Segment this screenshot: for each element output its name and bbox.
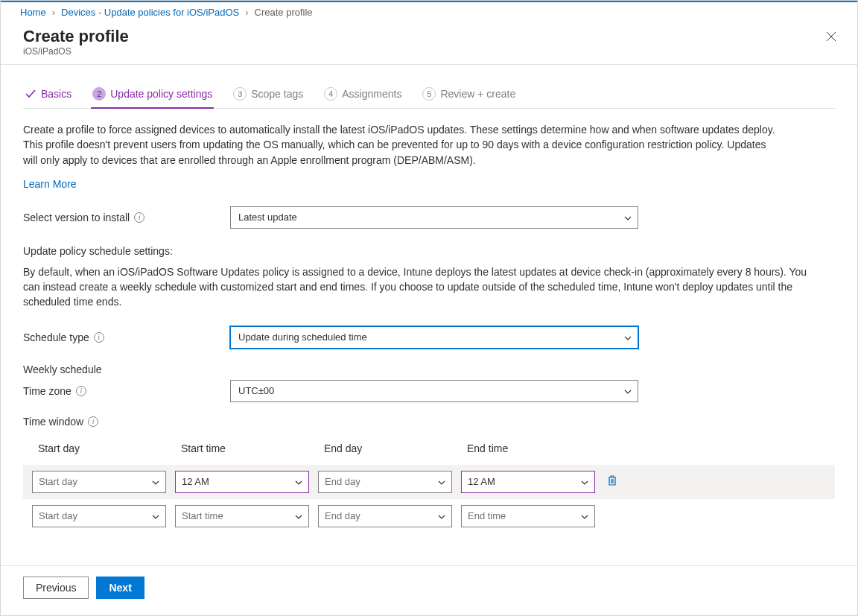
chevron-down-icon bbox=[438, 513, 445, 521]
chevron-down-icon bbox=[295, 513, 302, 521]
chevron-down-icon bbox=[152, 479, 159, 486]
chevron-down-icon bbox=[438, 479, 445, 486]
end-time-dropdown[interactable]: End time bbox=[461, 505, 595, 527]
tab-basics-label: Basics bbox=[41, 88, 72, 100]
end-day-dropdown[interactable]: End day bbox=[318, 505, 452, 527]
page-header: Create profile iOS/iPadOS bbox=[1, 24, 857, 65]
tab-update-policy-settings[interactable]: 2 Update policy settings bbox=[91, 83, 214, 108]
select-version-dropdown[interactable]: Latest update bbox=[230, 206, 638, 229]
page-title: Create profile bbox=[23, 27, 129, 46]
delete-row-button[interactable] bbox=[604, 471, 620, 492]
tab-assignments[interactable]: 4 Assignments bbox=[322, 83, 403, 108]
chevron-down-icon bbox=[624, 388, 632, 396]
th-start-time: Start time bbox=[166, 438, 309, 465]
table-row: Start day12 AMEnd day12 AM bbox=[23, 465, 835, 499]
chevron-down-icon bbox=[624, 215, 632, 222]
select-version-label: Select version to install i bbox=[23, 212, 230, 223]
tab-review-label: Review + create bbox=[440, 88, 515, 100]
timezone-dropdown[interactable]: UTC±00 bbox=[230, 380, 638, 402]
tab-step-number: 3 bbox=[233, 87, 247, 101]
th-end-day: End day bbox=[309, 438, 452, 465]
schedule-type-label: Schedule type i bbox=[23, 331, 230, 343]
chevron-right-icon: › bbox=[245, 7, 248, 18]
close-icon bbox=[826, 31, 836, 42]
table-row: Start dayStart timeEnd dayEnd time bbox=[23, 499, 835, 533]
end-day-dropdown[interactable]: End day bbox=[318, 471, 452, 493]
schedule-description: By default, when an iOS/iPadOS Software … bbox=[23, 264, 813, 310]
time-window-table: Start day Start time End day End time St… bbox=[23, 438, 835, 533]
breadcrumb: Home › Devices - Update policies for iOS… bbox=[1, 2, 857, 24]
learn-more-link[interactable]: Learn More bbox=[23, 178, 77, 190]
table-header: Start day Start time End day End time bbox=[23, 438, 835, 465]
chevron-right-icon: › bbox=[52, 7, 55, 18]
th-start-day: Start day bbox=[23, 438, 166, 465]
next-button[interactable]: Next bbox=[96, 577, 144, 599]
tab-scope-label: Scope tags bbox=[251, 88, 303, 100]
tab-step-number: 5 bbox=[422, 87, 436, 101]
footer-bar: Previous Next bbox=[1, 565, 857, 615]
info-icon[interactable]: i bbox=[94, 332, 104, 343]
chevron-down-icon bbox=[295, 479, 302, 486]
tab-step-number: 4 bbox=[324, 87, 337, 101]
timezone-label: Time zone i bbox=[23, 385, 230, 397]
info-icon[interactable]: i bbox=[134, 212, 144, 223]
close-button[interactable] bbox=[823, 27, 839, 48]
page-subtitle: iOS/iPadOS bbox=[23, 46, 129, 57]
chevron-down-icon bbox=[581, 479, 588, 486]
chevron-down-icon bbox=[581, 513, 588, 521]
start-time-dropdown[interactable]: Start time bbox=[175, 505, 309, 527]
schedule-settings-heading: Update policy schedule settings: bbox=[23, 245, 835, 257]
breadcrumb-current: Create profile bbox=[255, 7, 313, 18]
timezone-value: UTC±00 bbox=[238, 385, 274, 396]
weekly-schedule-heading: Weekly schedule bbox=[23, 363, 835, 375]
start-day-dropdown[interactable]: Start day bbox=[32, 471, 166, 493]
previous-button[interactable]: Previous bbox=[23, 577, 89, 599]
start-time-dropdown[interactable]: 12 AM bbox=[175, 471, 309, 493]
tab-review-create[interactable]: 5 Review + create bbox=[421, 83, 517, 108]
description-text: Create a profile to force assigned devic… bbox=[23, 122, 783, 168]
tab-update-label: Update policy settings bbox=[110, 88, 212, 100]
app-root: Home › Devices - Update policies for iOS… bbox=[0, 0, 858, 616]
chevron-down-icon bbox=[624, 334, 632, 342]
breadcrumb-home[interactable]: Home bbox=[20, 7, 46, 18]
tab-assignments-label: Assignments bbox=[342, 88, 401, 100]
content-area: Basics 2 Update policy settings 3 Scope … bbox=[1, 65, 857, 542]
start-day-dropdown[interactable]: Start day bbox=[32, 505, 166, 527]
chevron-down-icon bbox=[152, 513, 159, 521]
timewindow-label: Time window i bbox=[23, 416, 230, 428]
tab-basics[interactable]: Basics bbox=[23, 83, 73, 107]
info-icon[interactable]: i bbox=[76, 386, 86, 396]
breadcrumb-devices[interactable]: Devices - Update policies for iOS/iPadOS bbox=[61, 7, 239, 18]
select-version-value: Latest update bbox=[238, 212, 297, 223]
tab-scope-tags[interactable]: 3 Scope tags bbox=[232, 83, 305, 108]
wizard-tabs: Basics 2 Update policy settings 3 Scope … bbox=[23, 83, 835, 109]
th-end-time: End time bbox=[452, 438, 595, 465]
info-icon[interactable]: i bbox=[88, 416, 98, 427]
trash-icon bbox=[607, 474, 617, 486]
tab-step-number: 2 bbox=[92, 87, 106, 101]
check-icon bbox=[25, 88, 36, 100]
end-time-dropdown[interactable]: 12 AM bbox=[461, 471, 595, 493]
schedule-type-dropdown[interactable]: Update during scheduled time bbox=[230, 326, 638, 349]
schedule-type-value: Update during scheduled time bbox=[238, 331, 367, 343]
